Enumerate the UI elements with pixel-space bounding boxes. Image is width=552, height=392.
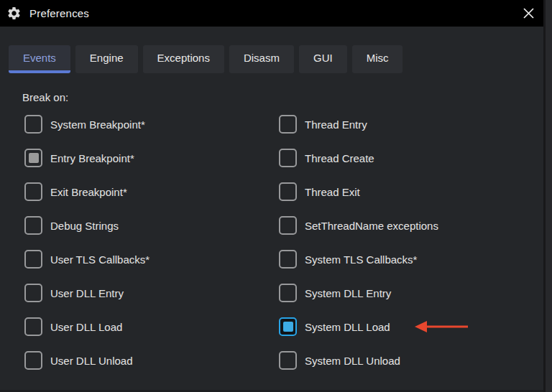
checkbox-label: Debug Strings — [50, 220, 119, 232]
checkbox-system-dll-load[interactable]: System DLL Load — [279, 317, 543, 336]
checkbox-debug-strings[interactable]: Debug Strings — [24, 216, 279, 235]
checkbox-thread-create[interactable]: Thread Create — [279, 149, 543, 167]
checkbox-thread-exit[interactable]: Thread Exit — [279, 182, 543, 201]
checkbox-user-dll-entry[interactable]: User DLL Entry — [24, 284, 279, 302]
checkbox-indicator — [24, 250, 42, 269]
checkbox-label: System DLL Unload — [305, 355, 400, 367]
checkbox-label: Thread Exit — [305, 186, 360, 198]
tab-bar: Events Engine Exceptions Disasm GUI Misc — [9, 45, 543, 73]
checkbox-label: System DLL Entry — [305, 287, 391, 299]
checkbox-indicator — [24, 317, 42, 336]
checkbox-indicator — [24, 149, 42, 167]
checkbox-indicator — [279, 317, 297, 336]
tab-exceptions[interactable]: Exceptions — [143, 45, 224, 73]
checkbox-system-tls-callbacks[interactable]: System TLS Callbacks* — [279, 250, 543, 269]
checkbox-indicator — [279, 149, 297, 167]
window-title: Preferences — [29, 7, 89, 19]
checkbox-entry-breakpoint[interactable]: Entry Breakpoint* — [24, 149, 279, 167]
tab-disasm[interactable]: Disasm — [229, 45, 294, 73]
checkbox-system-breakpoint[interactable]: System Breakpoint* — [24, 115, 279, 134]
checkbox-label: System Breakpoint* — [50, 118, 145, 131]
checkbox-label: Thread Create — [305, 152, 374, 164]
checkbox-label: User TLS Callbacks* — [50, 253, 150, 266]
checkbox-indicator — [279, 216, 297, 235]
gear-icon — [6, 6, 22, 22]
close-button[interactable] — [516, 3, 540, 24]
checkbox-indicator — [24, 284, 42, 302]
checkbox-label: User DLL Unload — [50, 355, 133, 367]
tab-events[interactable]: Events — [9, 45, 70, 73]
checkbox-label: Exit Breakpoint* — [50, 186, 127, 198]
checkbox-user-tls-callbacks[interactable]: User TLS Callbacks* — [24, 250, 279, 269]
checkbox-setthreadname-exceptions[interactable]: SetThreadName exceptions — [279, 216, 543, 235]
checkbox-label: System DLL Load — [305, 321, 390, 333]
checkbox-grid: System Breakpoint* Entry Breakpoint* Exi… — [24, 115, 543, 385]
preferences-dialog: Preferences Events Engine Exceptions Dis… — [0, 0, 552, 392]
checkbox-indicator — [24, 115, 42, 134]
checkbox-label: User DLL Entry — [50, 287, 124, 299]
tab-gui[interactable]: GUI — [299, 45, 347, 73]
tab-engine[interactable]: Engine — [75, 45, 138, 73]
checkbox-indicator — [279, 250, 297, 269]
checkbox-label: Entry Breakpoint* — [50, 152, 134, 164]
checkbox-label: User DLL Load — [50, 321, 122, 333]
titlebar[interactable]: Preferences — [0, 0, 545, 27]
checkbox-label: SetThreadName exceptions — [305, 220, 438, 232]
checkbox-label: System TLS Callbacks* — [305, 253, 417, 266]
checkbox-indicator — [279, 284, 297, 302]
checkbox-label: Thread Entry — [305, 118, 367, 131]
annotation-arrow-icon — [415, 320, 469, 333]
checkbox-indicator — [24, 351, 42, 370]
checkbox-system-dll-unload[interactable]: System DLL Unload — [279, 351, 543, 370]
window-right-border — [543, 0, 552, 392]
checkbox-exit-breakpoint[interactable]: Exit Breakpoint* — [24, 182, 279, 201]
checkbox-indicator — [279, 351, 297, 370]
break-on-label: Break on: — [22, 91, 543, 104]
checkbox-indicator — [24, 216, 42, 235]
checkbox-thread-entry[interactable]: Thread Entry — [279, 115, 543, 134]
checkbox-user-dll-unload[interactable]: User DLL Unload — [24, 351, 279, 370]
checkbox-indicator — [279, 115, 297, 134]
checkbox-indicator — [279, 182, 297, 201]
checkbox-system-dll-entry[interactable]: System DLL Entry — [279, 284, 543, 302]
dialog-body: Events Engine Exceptions Disasm GUI Misc… — [0, 27, 543, 385]
checkbox-indicator — [24, 182, 42, 201]
checkbox-user-dll-load[interactable]: User DLL Load — [24, 317, 279, 336]
tab-misc[interactable]: Misc — [352, 45, 403, 73]
